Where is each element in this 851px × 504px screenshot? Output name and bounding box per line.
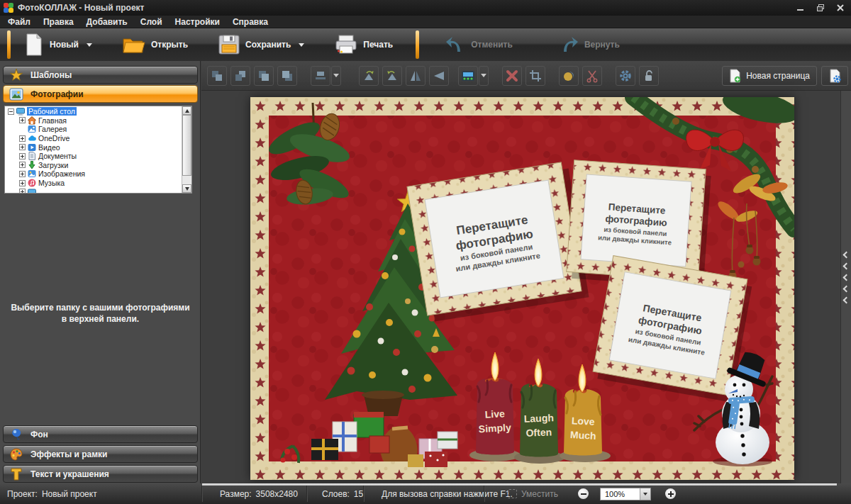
home-icon <box>28 116 36 125</box>
collapse-expander[interactable] <box>8 108 14 115</box>
gallery-icon <box>28 125 36 133</box>
open-folder-icon <box>122 34 146 55</box>
new-page-button[interactable]: Новая страница <box>722 66 817 86</box>
folder-tree: Рабочий стол Главная Галерея OneDrive <box>4 106 192 194</box>
close-button[interactable] <box>834 2 847 13</box>
expand-expander[interactable] <box>19 171 26 177</box>
align-button[interactable] <box>311 66 330 86</box>
sidebar-section-effects[interactable]: Эффекты и рамки <box>3 445 198 463</box>
minimize-button[interactable] <box>794 2 807 13</box>
sidebar-section-templates[interactable]: Шаблоны <box>3 66 198 84</box>
right-panel-collapse-strip[interactable] <box>840 91 851 483</box>
sidebar-section-text[interactable]: Текст и украшения <box>3 465 198 483</box>
sidebar-label-photos: Фотографии <box>30 89 84 99</box>
delete-button[interactable] <box>502 66 522 86</box>
menu-help[interactable]: Справка <box>226 17 274 27</box>
main-toolbar: Новый Открыть Сохранить Печать Отменить … <box>0 28 851 61</box>
fit-image-button[interactable] <box>458 66 478 86</box>
tree-item-onedrive[interactable]: OneDrive <box>5 134 182 143</box>
save-dropdown-arrow[interactable] <box>299 43 304 47</box>
expand-expander[interactable] <box>19 180 26 186</box>
menu-layer[interactable]: Слой <box>134 17 169 27</box>
menu-add[interactable]: Добавить <box>80 17 134 27</box>
work-area[interactable]: Перетащите фотографию из боковой панели … <box>201 91 840 483</box>
zoom-level-select[interactable]: 100% <box>593 483 651 504</box>
sidebar-section-photos[interactable]: Фотографии <box>3 85 198 103</box>
redo-arrow-icon <box>558 35 579 55</box>
rotate-right-button[interactable] <box>382 66 402 86</box>
tree-item-gallery[interactable]: Галерея <box>5 125 182 134</box>
crop-button[interactable] <box>525 66 545 86</box>
collapse-chevron-icon <box>843 274 850 281</box>
fit-icon <box>508 489 517 498</box>
expand-expander[interactable] <box>19 189 26 194</box>
fit-image-dropdown-arrow[interactable] <box>479 66 489 86</box>
print-button[interactable]: Печать <box>328 31 399 58</box>
menu-file[interactable]: Файл <box>1 17 37 27</box>
canvas-toolbar: Новая страница <box>201 61 851 91</box>
fit-button[interactable]: Уместить <box>501 483 558 504</box>
toolbar-accent-bar-2 <box>416 30 419 59</box>
scroll-down-button[interactable] <box>182 184 191 193</box>
collapse-chevron-icon <box>843 263 850 270</box>
expand-expander[interactable] <box>19 135 26 142</box>
photo-frame-1[interactable]: Перетащите фотографию из боковой панели … <box>407 162 589 323</box>
star-icon <box>9 68 23 82</box>
rotate-left-button[interactable] <box>359 66 379 86</box>
tree-item-clipped[interactable] <box>5 187 182 194</box>
open-button[interactable]: Открыть <box>116 31 194 58</box>
zoom-in-button[interactable] <box>658 483 676 504</box>
new-button[interactable]: Новый <box>18 30 98 60</box>
sidebar-label-background: Фон <box>30 430 48 439</box>
expand-expander[interactable] <box>19 153 26 159</box>
cloud-icon <box>28 134 36 142</box>
page-settings-button[interactable] <box>821 66 848 86</box>
tree-item-video[interactable]: Видео <box>5 142 182 152</box>
document-icon <box>28 152 36 160</box>
layer-up-button[interactable] <box>230 66 250 86</box>
mask-button[interactable] <box>559 66 579 86</box>
lock-button[interactable] <box>639 66 659 86</box>
new-dropdown-arrow[interactable] <box>87 43 92 47</box>
images-icon <box>28 169 36 178</box>
expand-expander[interactable] <box>19 162 26 168</box>
send-to-back-button[interactable] <box>277 66 297 86</box>
video-icon <box>28 143 36 152</box>
redo-button[interactable]: Вернуть <box>552 32 625 57</box>
flip-horizontal-button[interactable] <box>406 66 425 86</box>
maximize-button[interactable] <box>814 2 827 13</box>
app-window: ФотоКОЛЛАЖ - Новый проект Файл Правка До… <box>0 0 851 504</box>
desktop-icon <box>16 107 25 116</box>
tree-item-documents[interactable]: Документы <box>5 152 182 161</box>
scroll-thumb[interactable] <box>182 115 191 176</box>
layer-down-button[interactable] <box>207 66 227 86</box>
menu-settings[interactable]: Настройки <box>169 17 226 27</box>
collage-canvas[interactable]: Перетащите фотографию из боковой панели … <box>250 97 794 480</box>
settings-button[interactable] <box>616 66 635 86</box>
page-settings-icon <box>829 69 841 83</box>
tree-item-downloads[interactable]: Загрузки <box>5 161 182 170</box>
zoom-dropdown-arrow[interactable] <box>640 488 650 500</box>
candle-text-line1: Laugh <box>524 412 555 424</box>
scroll-up-button[interactable] <box>182 106 191 115</box>
tree-item-home[interactable]: Главная <box>5 116 182 125</box>
tree-item-desktop[interactable]: Рабочий стол <box>5 107 182 116</box>
candle-text-line2: Often <box>525 426 552 438</box>
align-dropdown-arrow[interactable] <box>331 66 341 86</box>
tree-scrollbar[interactable] <box>182 106 191 193</box>
zoom-out-button[interactable] <box>571 483 589 504</box>
flip-vertical-button[interactable] <box>429 66 449 86</box>
bring-to-front-button[interactable] <box>254 66 274 86</box>
tree-item-images[interactable]: Изображения <box>5 169 182 179</box>
cut-button[interactable] <box>582 66 602 86</box>
tree-item-music[interactable]: Музыка <box>5 179 182 188</box>
undo-button[interactable]: Отменить <box>439 32 518 57</box>
background-icon <box>9 427 23 442</box>
sidebar-section-background[interactable]: Фон <box>3 425 198 443</box>
menu-edit[interactable]: Правка <box>37 17 80 27</box>
expand-expander[interactable] <box>19 144 26 150</box>
printer-icon <box>334 34 358 55</box>
expand-expander[interactable] <box>19 117 26 123</box>
candle-text-line1: Live <box>484 408 505 420</box>
save-button[interactable]: Сохранить <box>212 31 310 58</box>
